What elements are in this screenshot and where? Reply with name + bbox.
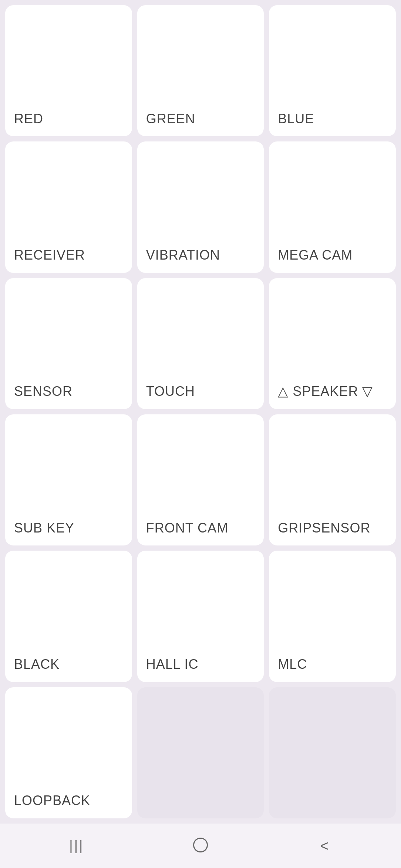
grid-item-label-speaker: △ SPEAKER ▽ (278, 384, 373, 399)
home-button[interactable] (182, 835, 219, 857)
grid-item-mlc[interactable]: MLC (269, 551, 396, 682)
grid-item-label-sensor: SENSOR (14, 384, 73, 399)
grid-item-front-cam[interactable]: FRONT CAM (137, 414, 264, 545)
grid-item-label-hall-ic: HALL IC (146, 657, 199, 672)
grid-item-label-sub-key: SUB KEY (14, 521, 74, 535)
grid-item-label-receiver: RECEIVER (14, 248, 85, 263)
grid-item-label-black: BLACK (14, 657, 60, 672)
grid-item-loopback[interactable]: LOOPBACK (5, 687, 132, 818)
grid-item-empty-2 (269, 687, 396, 818)
back-button[interactable] (306, 835, 343, 857)
grid-item-speaker[interactable]: △ SPEAKER ▽ (269, 278, 396, 409)
grid-item-label-loopback: LOOPBACK (14, 793, 90, 808)
grid-item-label-red: RED (14, 111, 43, 126)
grid-item-label-mlc: MLC (278, 657, 307, 672)
grid-item-sub-key[interactable]: SUB KEY (5, 414, 132, 545)
grid-item-gripsensor[interactable]: GRIPSENSOR (269, 414, 396, 545)
recent-icon (69, 838, 84, 854)
grid-item-label-vibration: VIBRATION (146, 248, 220, 263)
home-icon (193, 838, 208, 854)
main-grid: REDGREENBLUERECEIVERVIBRATIONMEGA CAMSEN… (0, 0, 401, 824)
grid-item-vibration[interactable]: VIBRATION (137, 141, 264, 273)
grid-item-sensor[interactable]: SENSOR (5, 278, 132, 409)
grid-item-blue[interactable]: BLUE (269, 5, 396, 136)
grid-item-label-front-cam: FRONT CAM (146, 521, 228, 535)
grid-item-label-touch: TOUCH (146, 384, 195, 399)
navigation-bar (0, 824, 401, 868)
back-icon (320, 838, 328, 854)
grid-item-empty-1 (137, 687, 264, 818)
recent-button[interactable] (58, 835, 95, 857)
grid-item-green[interactable]: GREEN (137, 5, 264, 136)
grid-item-label-green: GREEN (146, 111, 195, 126)
grid-item-label-blue: BLUE (278, 111, 314, 126)
grid-item-black[interactable]: BLACK (5, 551, 132, 682)
grid-item-red[interactable]: RED (5, 5, 132, 136)
grid-item-receiver[interactable]: RECEIVER (5, 141, 132, 273)
grid-item-touch[interactable]: TOUCH (137, 278, 264, 409)
grid-item-hall-ic[interactable]: HALL IC (137, 551, 264, 682)
grid-item-label-gripsensor: GRIPSENSOR (278, 521, 370, 535)
grid-item-mega-cam[interactable]: MEGA CAM (269, 141, 396, 273)
grid-item-label-mega-cam: MEGA CAM (278, 248, 353, 263)
